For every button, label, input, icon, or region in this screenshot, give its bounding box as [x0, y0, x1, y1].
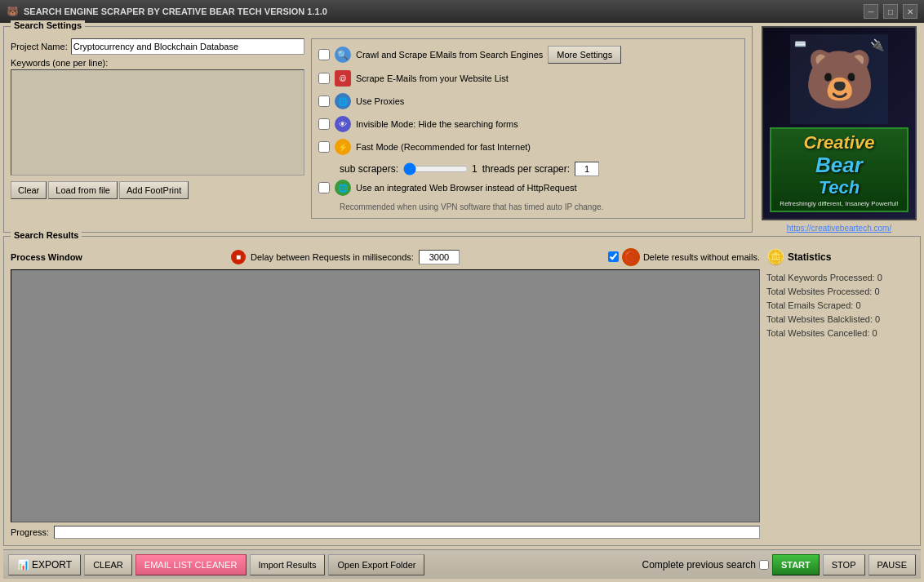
left-settings: Project Name: Keywords (one per line): C… [11, 38, 304, 219]
threads-per-label: threads per scraper: [482, 163, 570, 175]
browser-icon: 🌐 [335, 180, 351, 196]
minimize-button[interactable]: ─ [864, 4, 878, 19]
maximize-button[interactable]: □ [883, 4, 898, 19]
proxies-label: Use Proxies [356, 96, 404, 106]
statistics-title: Statistics [788, 251, 831, 263]
import-results-button[interactable]: Import Results [250, 554, 326, 575]
logo-area: 🐻 🔌 ⌨️ Creative Bear Tech Refreshingly d… [757, 26, 921, 233]
threads-input[interactable] [575, 162, 599, 176]
logo-url-link[interactable]: https://creativebeartech.com/ [787, 224, 891, 233]
stat-emails: Total Emails Scraped: 0 [766, 300, 913, 310]
email-cleaner-button[interactable]: EMAIL LIST CLEANER [135, 554, 247, 575]
stat-websites: Total Websites Processed: 0 [766, 287, 913, 296]
add-footprint-button[interactable]: Add FootPrint [119, 181, 189, 199]
export-icon: 📊 [17, 559, 29, 571]
fast-mode-section: ⚡ Fast Mode (Recommended for fast Intern… [318, 139, 738, 176]
browser-checkbox[interactable] [318, 182, 330, 193]
logo-wrapper: 🐻 🔌 ⌨️ Creative Bear Tech Refreshingly d… [762, 26, 917, 220]
stat-keywords: Total Keywords Processed: 0 [766, 273, 913, 282]
complete-previous-label: Complete previous search [642, 559, 755, 571]
logo-text-box: Creative Bear Tech Refreshingly differen… [770, 127, 908, 212]
options-panel: 🔍 Crawl and Scrape EMails from Search En… [311, 38, 745, 219]
scrape-label: Scrape E-Mails from your Website List [356, 73, 509, 83]
titlebar: 🐻 SEARCH ENGINE SCRAPER BY CREATIVE BEAR… [0, 0, 924, 23]
main-content: Search Settings Project Name: Keywords (… [0, 23, 924, 582]
scrapers-slider[interactable] [403, 163, 469, 175]
browser-label: Use an integrated Web Browser instead of… [356, 183, 577, 193]
clear-keywords-button[interactable]: Clear [11, 181, 47, 199]
logo-bear: Bear [778, 153, 900, 177]
scrapers-value: 1 [472, 163, 478, 175]
fast-mode-icon: ⚡ [335, 139, 351, 155]
logo-tech: Tech [778, 177, 900, 198]
proxies-option-row: 🌐 Use Proxies [318, 93, 738, 109]
invisible-option-row: 👁 Invisible Mode: Hide the searching for… [318, 116, 738, 132]
load-from-file-button[interactable]: Load from file [48, 181, 118, 199]
delete-label: Delete results without emails. [643, 252, 760, 262]
start-button[interactable]: START [772, 554, 820, 575]
delete-hand-icon: 🚫 [622, 248, 640, 266]
logo-creative: Creative [778, 132, 900, 153]
stat-blacklisted: Total Websites Balcklisted: 0 [766, 314, 913, 324]
title-text: SEARCH ENGINE SCRAPER BY CREATIVE BEAR T… [24, 7, 859, 16]
search-results-panel: Search Results Process Window ■ Delay be… [3, 236, 921, 546]
search-settings-panel: Search Settings Project Name: Keywords (… [3, 26, 753, 233]
scrape-checkbox[interactable] [318, 73, 330, 84]
stat-cancelled: Total Websites Cancelled: 0 [766, 328, 913, 338]
more-settings-button[interactable]: More Settings [548, 46, 621, 64]
browser-section: 🌐 Use an integrated Web Browser instead … [318, 180, 738, 211]
keywords-label: Keywords (one per line): [11, 58, 304, 68]
process-window-label: Process Window [11, 252, 82, 262]
title-icon: 🐻 [7, 6, 19, 17]
scrape-option-row: @ Scrape E-Mails from your Website List [318, 70, 738, 87]
results-content: Process Window ■ Delay between Requests … [11, 248, 913, 539]
fast-mode-checkbox[interactable] [318, 141, 330, 153]
statistics-header: 🪙 Statistics [766, 248, 913, 266]
fast-mode-label: Fast Mode (Recommended for fast Internet… [356, 142, 531, 152]
crawl-label: Crawl and Scrape EMails from Search Engi… [356, 50, 543, 60]
open-export-button[interactable]: Open Export Folder [328, 554, 424, 575]
invisible-checkbox[interactable] [318, 118, 330, 130]
stop-button[interactable]: STOP [823, 554, 865, 575]
close-button[interactable]: ✕ [903, 4, 917, 19]
bear-emoji: 🐻 [804, 46, 875, 113]
vpn-note: Recommended when using VPN software that… [340, 202, 738, 211]
complete-previous-checkbox[interactable] [759, 560, 769, 570]
bear-image: 🐻 🔌 ⌨️ [790, 34, 888, 124]
crawl-checkbox[interactable] [318, 49, 330, 60]
invisible-icon: 👁 [335, 116, 351, 132]
slider-container: 1 [403, 163, 478, 175]
clear-button[interactable]: CLEAR [84, 554, 132, 575]
cable-icon: 🔌 [870, 38, 884, 51]
process-textarea[interactable] [11, 269, 760, 522]
progress-row: Progress: [11, 526, 760, 539]
logo-tagline: Refreshingly different, Insanely Powerfu… [778, 200, 900, 207]
sub-scrapers-label: sub scrapers: [340, 163, 398, 175]
results-top-row: Process Window ■ Delay between Requests … [11, 248, 760, 266]
scrape-icon: @ [335, 70, 351, 87]
proxies-icon: 🌐 [335, 93, 351, 109]
crawl-option-row: 🔍 Crawl and Scrape EMails from Search En… [318, 46, 738, 64]
search-results-title: Search Results [11, 230, 82, 240]
keyboard-icon: ⌨️ [794, 38, 806, 50]
statistics-panel: 🪙 Statistics Total Keywords Processed: 0… [766, 248, 913, 539]
invisible-label: Invisible Mode: Hide the searching forms [356, 119, 518, 129]
complete-previous-container: Complete previous search [642, 559, 768, 571]
delay-row: ■ Delay between Requests in milliseconds… [231, 250, 460, 264]
proxies-checkbox[interactable] [318, 96, 330, 107]
toolbar: 📊 EXPORT CLEAR EMAIL LIST CLEANER Import… [3, 549, 921, 579]
statistics-icon: 🪙 [766, 248, 784, 266]
project-input[interactable] [71, 38, 304, 55]
process-area: Process Window ■ Delay between Requests … [11, 248, 760, 539]
progress-bar-container [54, 526, 760, 539]
progress-label: Progress: [11, 527, 49, 537]
keywords-textarea[interactable] [11, 69, 304, 175]
pause-button[interactable]: PAUSE [868, 554, 916, 575]
fast-mode-sub: sub scrapers: 1 threads per scraper: [340, 162, 738, 176]
delay-input[interactable] [419, 250, 460, 264]
delete-row: 🚫 Delete results without emails. [608, 248, 760, 266]
export-button[interactable]: 📊 EXPORT [8, 554, 81, 575]
crawl-icon: 🔍 [335, 47, 351, 63]
delete-checkbox[interactable] [608, 251, 619, 262]
delay-label: Delay between Requests in milliseconds: [251, 252, 414, 262]
